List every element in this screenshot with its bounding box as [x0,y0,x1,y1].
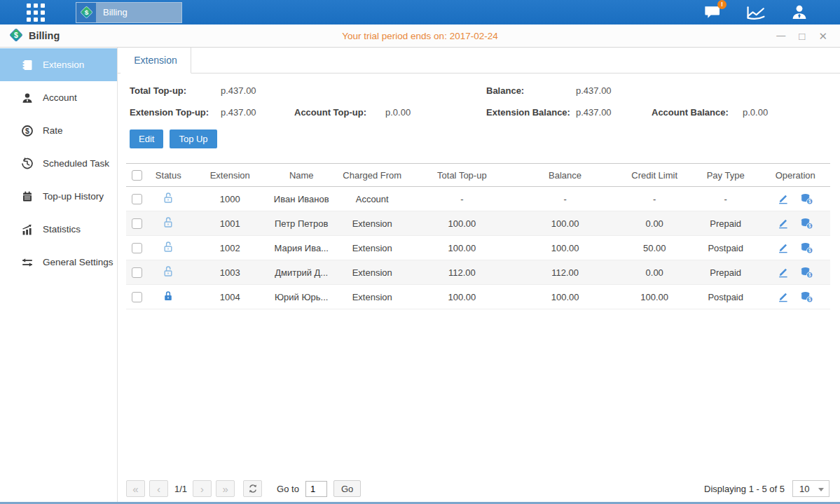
page-size-select[interactable]: 10 [792,480,829,497]
taskbar: $ Billing ! [0,0,840,24]
first-page-button[interactable]: « [126,480,145,497]
sidebar-item-label: Rate [43,125,63,136]
unlocked-icon [163,265,174,277]
operation-cell: $ [761,193,829,205]
tab-extension[interactable]: Extension [121,48,191,74]
last-page-button[interactable]: » [216,480,235,497]
displaying-text: Displaying 1 - 5 of 5 [704,484,785,494]
row-checkbox[interactable] [132,292,142,302]
trial-notice: Your trial period ends on: 2017-02-24 [0,31,840,41]
topup-row-icon[interactable]: $ [800,242,813,254]
sidebar-item-label: Statistics [43,224,81,234]
account-topup-value: p.0.00 [385,107,411,118]
sidebar-item-label: Top-up History [43,191,104,202]
sidebar-item-general-settings[interactable]: General Settings [0,246,117,279]
status-cell[interactable] [147,236,189,260]
edit-row-icon[interactable] [777,218,789,229]
row-checkbox[interactable] [132,243,142,253]
top-up-button[interactable]: Top Up [170,130,216,148]
col-charged-from: Charged From [332,164,412,187]
go-button[interactable]: Go [333,480,361,497]
close-button[interactable]: ✕ [818,31,827,41]
sidebar-item-label: Extension [43,59,84,70]
notifications-icon[interactable]: ! [701,3,724,22]
extension-cell: 1001 [189,211,270,236]
app-body: Extension Account $ Rate Scheduled Task … [0,48,840,502]
total-topup-cell: - [412,187,512,211]
status-cell[interactable] [147,187,189,211]
extension-topup-value: p.437.00 [221,107,294,118]
name-cell: Юрий Юрь... [270,285,332,309]
topup-row-icon[interactable]: $ [800,193,813,205]
total-topup-cell: 100.00 [412,236,512,260]
billing-app-icon: $ [76,3,96,22]
sidebar-item-extension[interactable]: Extension [0,48,117,81]
sidebar-item-statistics[interactable]: Statistics [0,213,117,246]
total-topup-label: Total Top-up: [130,85,221,96]
billing-window-icon: $ [9,28,23,44]
col-status: Status [147,164,189,187]
table-row: 1002Мария Ива...Extension100.00100.0050.… [126,236,830,260]
row-checkbox[interactable] [132,267,142,278]
topup-row-icon[interactable]: $ [800,291,813,303]
total-topup-cell: 112.00 [412,260,512,285]
statistics-icon [21,223,34,236]
status-cell[interactable] [147,285,189,309]
edit-row-icon[interactable] [777,291,789,302]
name-cell: Мария Ива... [270,236,332,260]
edit-row-icon[interactable] [777,267,789,278]
billing-window: $ Billing ! $ Billing Your trial period … [0,0,840,504]
svg-text:$: $ [808,272,811,278]
prev-page-button[interactable]: ‹ [149,480,168,497]
status-cell[interactable] [147,260,189,285]
main-content: Extension Total Top-up: p.437.00 Extensi… [118,48,840,502]
account-icon [21,92,34,104]
edit-button[interactable]: Edit [130,130,163,148]
summary-panel: Total Top-up: p.437.00 Extension Top-up:… [118,74,840,120]
user-account-icon[interactable] [788,3,811,22]
window-title-group: $ Billing [9,28,60,44]
col-total-topup: Total Top-up [412,164,512,187]
balance-value: p.437.00 [576,85,612,96]
total-topup-value: p.437.00 [221,85,256,96]
svg-text:$: $ [25,126,29,134]
status-cell[interactable] [147,211,189,236]
svg-text:$: $ [14,30,18,38]
sidebar-item-label: Scheduled Task [43,158,109,169]
svg-text:$: $ [808,223,811,229]
topup-row-icon[interactable]: $ [800,267,813,279]
select-all-checkbox[interactable] [132,170,142,181]
pay-type-cell: Postpaid [691,236,760,260]
table-row: 1004Юрий Юрь...Extension100.00100.00100.… [126,285,830,309]
sidebar-item-scheduled-task[interactable]: Scheduled Task [0,147,117,180]
edit-row-icon[interactable] [777,242,789,253]
extension-topup-label: Extension Top-up: [130,107,221,118]
maximize-button[interactable]: □ [799,31,805,41]
apps-grid-icon[interactable] [27,4,45,22]
topup-row-icon[interactable]: $ [800,218,813,230]
table-header-row: Status Extension Name Charged From Total… [126,164,830,187]
row-checkbox[interactable] [132,194,142,204]
name-cell: Иван Иванов [270,187,332,211]
total-topup-cell: 100.00 [412,211,512,236]
rate-icon: $ [21,125,34,137]
charged-from-cell: Extension [332,285,412,309]
sidebar-item-account[interactable]: Account [0,81,117,114]
tabstrip: Extension [118,48,840,74]
goto-page-input[interactable] [305,481,327,497]
statistics-chart-icon[interactable] [745,3,767,22]
balance-cell: 100.00 [512,236,619,260]
unlocked-icon [163,241,174,253]
refresh-button[interactable] [243,480,262,497]
row-checkbox[interactable] [132,218,142,229]
taskbar-tab-billing[interactable]: $ Billing [76,2,182,23]
col-balance: Balance [512,164,619,187]
next-page-button[interactable]: › [193,480,212,497]
edit-row-icon[interactable] [777,193,789,204]
minimize-button[interactable]: — [776,31,785,41]
window-controls: — □ ✕ [776,31,827,41]
sidebar-item-rate[interactable]: $ Rate [0,114,117,147]
charged-from-cell: Account [332,187,412,211]
sidebar-item-topup-history[interactable]: Top-up History [0,180,117,213]
chevron-down-icon [818,488,824,491]
